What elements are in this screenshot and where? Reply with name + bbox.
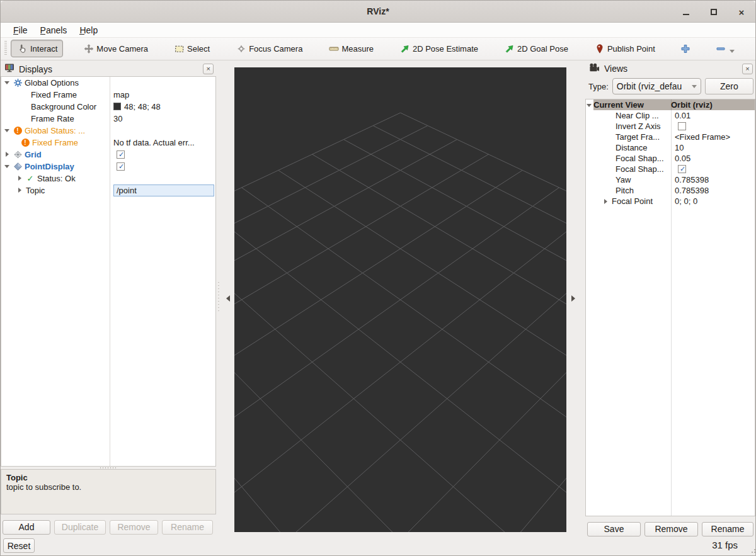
property-value[interactable]: 0; 0; 0: [675, 196, 697, 206]
description-body: topic to subscribe to.: [6, 482, 210, 492]
tree-row[interactable]: Pitch 0.785398: [586, 185, 755, 196]
viewport-container: [234, 60, 566, 536]
expander-icon[interactable]: [16, 186, 24, 194]
tool-label: Publish Point: [607, 44, 655, 54]
displays-panel: Displays × Global Options Fixed Frame ma…: [1, 60, 216, 536]
minimize-button[interactable]: [681, 7, 691, 17]
tree-row[interactable]: Focal Point 0; 0; 0: [586, 196, 755, 207]
focal-shape-checkbox[interactable]: [678, 165, 686, 173]
close-button[interactable]: ×: [736, 7, 747, 17]
tree-row[interactable]: Fixed Frame No tf data. Actual err...: [1, 137, 215, 149]
tree-row[interactable]: Distance 10: [586, 142, 755, 153]
expander-icon[interactable]: [4, 162, 11, 170]
close-icon: ×: [739, 8, 745, 17]
invert-z-checkbox[interactable]: [678, 122, 686, 130]
tree-row[interactable]: PointDisplay: [1, 161, 215, 173]
tree-row[interactable]: ✓Status: Ok: [1, 173, 215, 184]
property-value[interactable]: 0.785398: [675, 175, 709, 184]
tree-row[interactable]: Frame Rate 30: [1, 113, 215, 125]
viewport-3d[interactable]: [234, 67, 566, 532]
property-value[interactable]: No tf data. Actual err...: [113, 138, 195, 147]
tree-row[interactable]: Grid: [1, 149, 215, 161]
panel-title: Views: [604, 64, 742, 74]
expander-icon[interactable]: [602, 198, 610, 205]
tree-row[interactable]: Background Color 48; 48; 48: [1, 101, 215, 113]
description-title: Topic: [6, 473, 210, 482]
tool-move-camera[interactable]: Move Camera: [77, 40, 154, 57]
property-value[interactable]: 10: [675, 143, 684, 152]
zero-button[interactable]: Zero: [705, 78, 753, 94]
statusbar: Reset 31 fps: [1, 536, 755, 556]
tree-row[interactable]: Target Fra... <Fixed Frame>: [586, 132, 755, 142]
menu-panels[interactable]: Panels: [34, 23, 74, 37]
property-label: Fixed Frame: [32, 138, 78, 147]
right-panel-splitter[interactable]: [566, 60, 585, 536]
views-panel-header[interactable]: Views ×: [585, 62, 755, 76]
panel-close-button[interactable]: ×: [742, 64, 753, 74]
save-button[interactable]: Save: [587, 522, 641, 536]
displays-panel-header[interactable]: Displays ×: [1, 62, 216, 76]
color-swatch[interactable]: [113, 103, 121, 110]
remove-tool-button[interactable]: [710, 40, 730, 57]
tool-2d-pose-estimate[interactable]: 2D Pose Estimate: [393, 40, 484, 57]
tree-row[interactable]: Topic /point: [1, 184, 215, 196]
property-label: Topic: [26, 186, 45, 195]
panel-close-button[interactable]: ×: [203, 64, 214, 74]
tree-row[interactable]: Focal Shap...: [586, 164, 755, 174]
property-value[interactable]: 0.785398: [675, 186, 709, 195]
tool-select[interactable]: Select: [168, 40, 215, 57]
remove-view-button[interactable]: Remove: [644, 522, 698, 536]
property-value[interactable]: <Fixed Frame>: [675, 132, 730, 142]
collapse-right-icon[interactable]: [571, 295, 578, 302]
collapse-left-icon[interactable]: [223, 295, 230, 302]
expander-icon[interactable]: [4, 79, 11, 86]
property-value[interactable]: 48; 48; 48: [124, 102, 161, 111]
ruler-icon: [329, 43, 339, 54]
add-tool-button[interactable]: [675, 40, 695, 57]
fps-counter: 31 fps: [712, 540, 738, 550]
expander-icon[interactable]: [4, 150, 11, 158]
view-type-dropdown[interactable]: Orbit (rviz_defau: [612, 78, 701, 94]
tree-row[interactable]: Invert Z Axis: [586, 121, 755, 132]
property-value[interactable]: 0.05: [675, 154, 690, 163]
hand-icon: [18, 43, 28, 54]
toolbar-drag-handle[interactable]: [4, 41, 7, 56]
tree-row[interactable]: Global Status: ...: [1, 125, 215, 137]
tree-row[interactable]: Global Options: [1, 77, 215, 89]
rename-button[interactable]: Rename: [162, 520, 213, 535]
left-panel-splitter[interactable]: [216, 60, 234, 536]
property-value[interactable]: map: [113, 90, 129, 99]
accel-underline: [40, 34, 45, 35]
enabled-checkbox[interactable]: [117, 150, 125, 159]
expander-icon[interactable]: [4, 127, 11, 134]
rename-view-button[interactable]: Rename: [702, 522, 753, 536]
enabled-checkbox[interactable]: [117, 162, 125, 171]
tool-publish-point[interactable]: Publish Point: [588, 40, 661, 57]
menu-help[interactable]: Help: [73, 23, 104, 37]
expander-icon[interactable]: [586, 101, 593, 109]
expander-icon[interactable]: [16, 174, 24, 182]
chevron-down-icon: [730, 50, 735, 55]
property-value[interactable]: 0.01: [675, 111, 690, 120]
property-value[interactable]: 30: [113, 114, 122, 123]
resize-grip[interactable]: [752, 552, 753, 553]
tool-focus-camera[interactable]: Focus Camera: [229, 40, 308, 57]
property-description-box: Topic topic to subscribe to.: [1, 469, 216, 514]
add-button[interactable]: Add: [3, 520, 50, 535]
tree-row[interactable]: Near Clip ... 0.01: [586, 110, 755, 121]
displays-tree: Global Options Fixed Frame map Backgroun…: [1, 76, 216, 467]
tool-2d-goal-pose[interactable]: 2D Goal Pose: [498, 40, 574, 57]
menu-file[interactable]: File: [7, 23, 34, 37]
tool-interact[interactable]: Interact: [11, 40, 63, 57]
duplicate-button[interactable]: Duplicate: [54, 520, 106, 535]
tree-row[interactable]: Focal Shap... 0.05: [586, 153, 755, 164]
titlebar[interactable]: RViz* ×: [1, 1, 755, 23]
remove-button[interactable]: Remove: [110, 520, 158, 535]
tree-row[interactable]: Current View Orbit (rviz): [586, 99, 755, 110]
maximize-button[interactable]: [709, 7, 719, 17]
tool-measure[interactable]: Measure: [322, 40, 379, 57]
topic-value-field[interactable]: /point: [113, 184, 214, 196]
tree-row[interactable]: Fixed Frame map: [1, 89, 215, 101]
reset-button[interactable]: Reset: [3, 538, 35, 553]
tree-row[interactable]: Yaw 0.785398: [586, 174, 755, 185]
